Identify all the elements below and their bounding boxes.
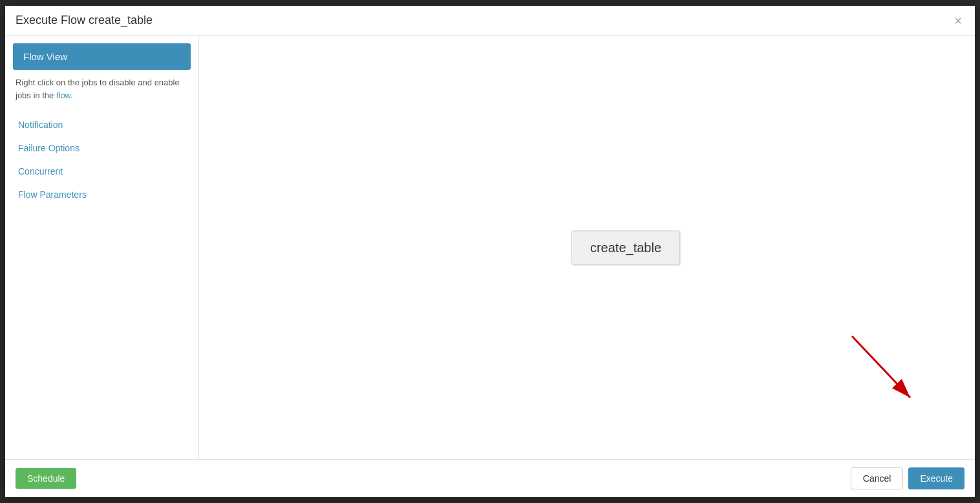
modal-body: Flow View Right click on the jobs to dis…: [5, 36, 975, 459]
sidebar-nav: Notification Failure Options Concurrent …: [5, 108, 198, 211]
flow-keyword: flow: [56, 91, 70, 100]
modal-footer: Schedule Cancel Execute: [5, 459, 975, 497]
sidebar-item-flow-parameters[interactable]: Flow Parameters: [5, 183, 198, 206]
flow-node: create_table: [571, 230, 680, 264]
modal-overlay: Execute Flow create_table × Flow View Ri…: [0, 0, 980, 503]
footer-right: Cancel Execute: [851, 467, 964, 489]
schedule-button[interactable]: Schedule: [16, 468, 76, 489]
cancel-button[interactable]: Cancel: [851, 467, 904, 489]
sidebar-item-failure-options[interactable]: Failure Options: [5, 136, 198, 160]
svg-line-1: [852, 336, 910, 398]
red-arrow-icon: [846, 330, 923, 407]
modal-title: Execute Flow create_table: [16, 14, 153, 27]
sidebar: Flow View Right click on the jobs to dis…: [5, 36, 199, 459]
footer-left: Schedule: [16, 468, 76, 489]
flow-view-button[interactable]: Flow View: [13, 43, 191, 70]
close-button[interactable]: ×: [952, 14, 964, 27]
modal-header: Execute Flow create_table ×: [5, 6, 975, 36]
sidebar-item-concurrent[interactable]: Concurrent: [5, 160, 198, 183]
sidebar-item-notification[interactable]: Notification: [5, 113, 198, 136]
flow-diagram: create_table: [199, 36, 975, 459]
execute-button[interactable]: Execute: [908, 467, 964, 489]
modal: Execute Flow create_table × Flow View Ri…: [5, 6, 975, 497]
sidebar-instruction: Right click on the jobs to disable and e…: [5, 70, 198, 108]
main-content: create_table: [199, 36, 975, 459]
